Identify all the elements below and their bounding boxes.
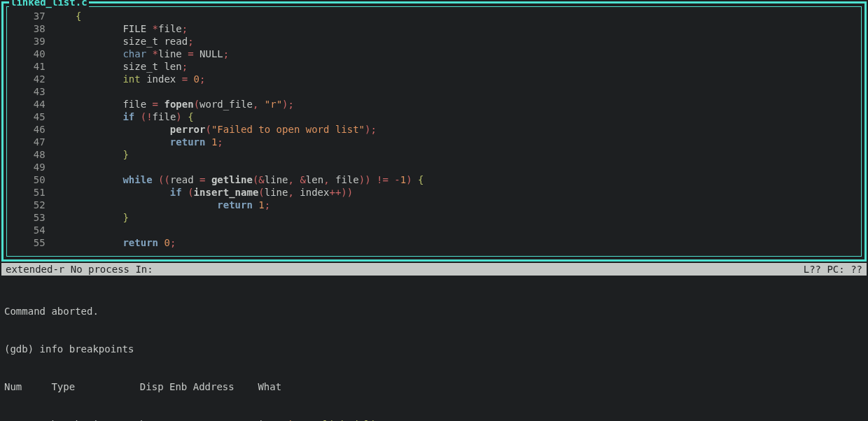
status-left: extended-r No process In: [6,263,153,276]
code-line: 47 return 1; [13,136,855,148]
code-line: 50 while ((read = getline(&line, &len, f… [13,173,855,186]
line-number: 40 [13,48,76,60]
code-content [76,224,855,236]
code-content: while ((read = getline(&line, &len, file… [76,173,855,186]
code-content [76,161,855,173]
status-bar: extended-r No process In: L?? PC: ?? [1,263,867,276]
code-line: 48 } [13,148,855,161]
line-number: 37 [13,10,76,22]
code-line: 42 int index = 0; [13,73,855,85]
code-content: FILE *file; [76,22,855,35]
line-number: 54 [13,224,76,236]
line-number: 41 [13,60,76,73]
source-inner[interactable]: 37 {38 FILE *file;39 size_t read;40 char… [6,6,862,257]
code-line: 39 size_t read; [13,35,855,48]
code-content: file = fopen(word_file, "r"); [76,98,855,110]
code-line: 54 [13,224,855,236]
code-line: 46 perror("Failed to open word list"); [13,123,855,136]
line-number: 43 [13,85,76,98]
gdb-header: Num Type Disp Enb Address What [4,380,864,393]
code-line: 51 if (insert_name(line, index++)) [13,186,855,199]
code-content [76,85,855,98]
breakpoint-row: 1 breakpoint keep y 0x004a0a08 in main a… [4,418,864,421]
code-line: 41 size_t len; [13,60,855,73]
code-line: 49 [13,161,855,173]
code-content: return 1; [76,199,855,211]
code-content: int index = 0; [76,73,855,85]
code-content: char *line = NULL; [76,48,855,60]
line-number: 53 [13,211,76,224]
line-number: 51 [13,186,76,199]
code-line: 52 return 1; [13,199,855,211]
code-line: 38 FILE *file; [13,22,855,35]
gdb-aborted: Command aborted. [4,305,864,317]
line-number: 47 [13,136,76,148]
code-line: 37 { [13,10,855,22]
source-pane: linked_list.c 37 {38 FILE *file;39 size_… [1,1,867,262]
code-area: 37 {38 FILE *file;39 size_t read;40 char… [13,10,855,249]
code-content: return 0; [76,236,855,249]
line-number: 55 [13,236,76,249]
code-content: } [76,211,855,224]
line-number: 52 [13,199,76,211]
source-filename: linked_list.c [9,0,89,8]
code-line: 43 [13,85,855,98]
line-number: 44 [13,98,76,110]
code-line: 44 file = fopen(word_file, "r"); [13,98,855,110]
code-content: return 1; [76,136,855,148]
line-number: 38 [13,22,76,35]
gdb-cmd-info: (gdb) info breakpoints [4,343,864,355]
code-content: if (!file) { [76,110,855,123]
line-number: 50 [13,173,76,186]
line-number: 49 [13,161,76,173]
code-line: 45 if (!file) { [13,110,855,123]
code-content: size_t len; [76,60,855,73]
line-number: 45 [13,110,76,123]
line-number: 42 [13,73,76,85]
code-content: } [76,148,855,161]
code-line: 40 char *line = NULL; [13,48,855,60]
line-number: 39 [13,35,76,48]
status-right: L?? PC: ?? [804,263,862,276]
code-line: 53 } [13,211,855,224]
line-number: 46 [13,123,76,136]
gdb-console[interactable]: Command aborted. (gdb) info breakpoints … [0,276,868,421]
breakpoint-list: 1 breakpoint keep y 0x004a0a08 in main a… [4,418,864,421]
line-number: 48 [13,148,76,161]
code-content: size_t read; [76,35,855,48]
code-content: if (insert_name(line, index++)) [76,186,855,199]
code-content: perror("Failed to open word list"); [76,123,855,136]
code-line: 55 return 0; [13,236,855,249]
code-content: { [76,10,855,22]
